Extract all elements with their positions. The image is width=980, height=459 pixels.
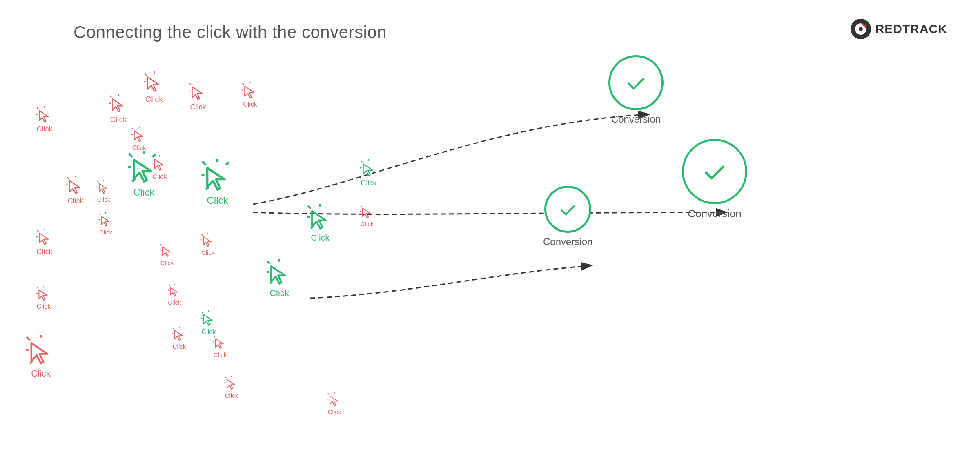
flow-paths xyxy=(0,0,980,459)
svg-line-23 xyxy=(145,74,147,76)
svg-line-59 xyxy=(214,336,215,337)
svg-line-72 xyxy=(153,154,156,157)
cursor-red-2: Click xyxy=(65,176,86,205)
svg-line-89 xyxy=(202,312,203,314)
cursor-red-6: Click xyxy=(143,71,165,104)
svg-line-56 xyxy=(173,328,174,329)
cursor-red-4: Click xyxy=(36,286,52,310)
conversion-middle: Conversion xyxy=(543,186,592,247)
cursor-red-5: Click xyxy=(108,94,129,124)
cursor-red-20: Click xyxy=(327,392,342,415)
cursor-green-3: Click xyxy=(306,204,334,243)
cursor-red-8: Click xyxy=(241,82,259,108)
cursor-red-18: Click xyxy=(212,335,228,358)
conversion-top: Conversion xyxy=(608,55,664,125)
svg-line-26 xyxy=(189,83,191,85)
svg-line-77 xyxy=(226,162,229,165)
logo-text: REDTRACK xyxy=(875,22,947,36)
svg-line-68 xyxy=(129,153,132,157)
cursor-red-13: Click xyxy=(200,233,216,256)
svg-line-7 xyxy=(67,177,69,179)
svg-line-4 xyxy=(37,108,39,109)
cursor-red-12: Click xyxy=(98,212,114,236)
svg-line-44 xyxy=(201,234,203,235)
svg-line-50 xyxy=(361,205,362,207)
cursor-red-17: Click xyxy=(172,327,187,350)
cursor-red-9: Click xyxy=(131,127,148,152)
cursor-green-5: Click xyxy=(265,259,293,299)
svg-line-65 xyxy=(328,393,329,394)
logo: REDTRACK xyxy=(850,18,947,40)
cursor-red-large-bottom: Click xyxy=(24,335,57,379)
svg-line-78 xyxy=(308,206,311,209)
cursor-green-2: Click xyxy=(200,159,235,206)
cursor-red-19: Click xyxy=(224,376,239,399)
cursor-red-1: Click xyxy=(36,106,53,134)
cursor-red-3: Click xyxy=(36,229,53,256)
svg-point-2 xyxy=(859,27,863,31)
svg-line-82 xyxy=(361,161,363,163)
cursor-red-7: Click xyxy=(188,82,208,111)
svg-line-32 xyxy=(132,128,134,130)
svg-line-47 xyxy=(160,244,162,245)
svg-line-20 xyxy=(110,96,111,97)
svg-line-10 xyxy=(37,230,39,232)
cursor-red-11: Click xyxy=(96,180,111,203)
svg-line-73 xyxy=(202,161,206,165)
svg-line-41 xyxy=(99,214,100,215)
svg-line-16 xyxy=(27,337,30,340)
cursor-red-14: Click xyxy=(159,243,175,266)
cursor-green-1: Click xyxy=(127,151,161,198)
svg-line-38 xyxy=(97,181,98,182)
logo-icon xyxy=(850,18,871,40)
cursor-green-6: Click xyxy=(200,310,217,336)
svg-line-13 xyxy=(37,287,38,288)
svg-line-53 xyxy=(169,285,170,286)
svg-line-29 xyxy=(243,83,244,85)
svg-line-62 xyxy=(225,377,226,378)
cursor-red-16: Click xyxy=(167,284,182,306)
page-title: Connecting the click with the conversion xyxy=(74,22,387,42)
conversion-right: Conversion xyxy=(682,139,747,220)
svg-line-85 xyxy=(267,261,270,264)
cursor-green-4: Click xyxy=(359,159,378,187)
cursor-red-15: Click xyxy=(359,204,375,227)
